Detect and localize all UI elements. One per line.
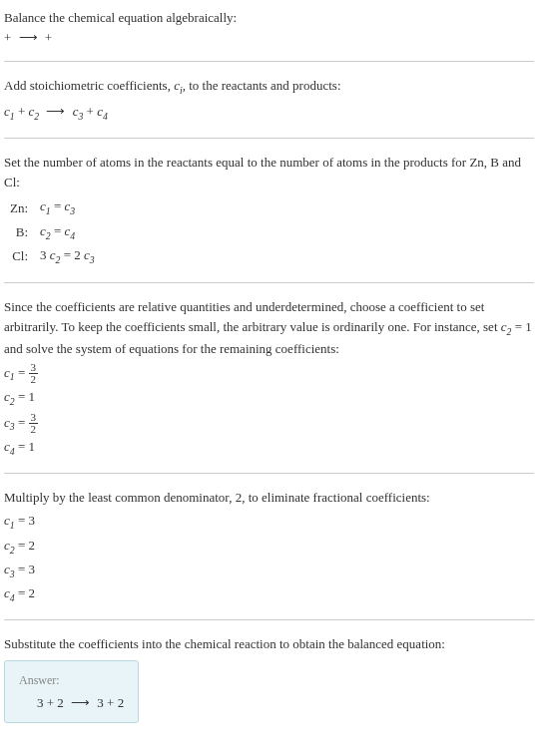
- coef-eq: =: [15, 365, 29, 380]
- fraction: 32: [29, 362, 39, 385]
- stoich-section: Add stoichiometric coefficients, ci, to …: [4, 76, 534, 124]
- stoich-plus2: +: [83, 104, 97, 119]
- intro-equation: + ⟶ +: [4, 28, 534, 48]
- coef-line: c3 = 3: [4, 560, 534, 581]
- atoms-eq-sign: =: [51, 223, 65, 238]
- arrow-icon: ⟶: [42, 104, 69, 119]
- atoms-eq: c2 = c4: [34, 220, 101, 244]
- coef-line: c1 = 3: [4, 511, 534, 533]
- answer-left: 3 + 2: [37, 695, 67, 710]
- atoms-table: Zn: c1 = c3 B: c2 = c4 Cl: 3 c2 = 2 c3: [4, 195, 101, 268]
- coef-eq: = 2: [15, 538, 35, 553]
- underdetermined-text: Since the coefficients are relative quan…: [4, 297, 534, 358]
- atoms-eq-sign: =: [60, 247, 74, 262]
- atoms-rhs-sub: 3: [70, 205, 75, 216]
- coef-eq: = 3: [15, 513, 35, 528]
- coef-line: c3 = 32: [4, 412, 534, 435]
- divider: [4, 619, 534, 620]
- atoms-rhs-sub: 4: [70, 229, 75, 240]
- coef-line: c4 = 1: [4, 437, 534, 459]
- intro-line1: Balance the chemical equation algebraica…: [4, 8, 534, 28]
- frac-den: 2: [29, 424, 39, 435]
- atoms-section: Set the number of atoms in the reactants…: [4, 153, 534, 268]
- coef-eq: = 3: [15, 562, 35, 576]
- atoms-label: Cl:: [4, 244, 34, 268]
- coef-eq: = 1: [15, 389, 35, 404]
- intro-section: Balance the chemical equation algebraica…: [4, 8, 534, 47]
- under-text1: Since the coefficients are relative quan…: [4, 299, 501, 334]
- answer-box: Answer: 3 + 2 ⟶ 3 + 2: [4, 660, 139, 724]
- under-coefs: c1 = 32 c2 = 1 c3 = 32 c4 = 1: [4, 362, 534, 459]
- atoms-label: B:: [4, 220, 34, 244]
- atoms-rhs-sub: 3: [90, 253, 95, 264]
- answer-right: 3 + 2: [94, 695, 124, 710]
- atoms-rhs-pre: 2: [74, 247, 84, 262]
- divider: [4, 138, 534, 139]
- stoich-text-part1: Add stoichiometric coefficients,: [4, 78, 174, 93]
- stoich-text: Add stoichiometric coefficients, ci, to …: [4, 76, 534, 98]
- coef-line: c1 = 32: [4, 362, 534, 385]
- substitute-section: Substitute the coefficients into the che…: [4, 634, 534, 723]
- multiply-text: Multiply by the least common denominator…: [4, 488, 534, 508]
- stoich-c2-sub: 2: [34, 111, 39, 122]
- atoms-text: Set the number of atoms in the reactants…: [4, 153, 534, 191]
- arrow-icon: ⟶: [67, 695, 94, 710]
- divider: [4, 61, 534, 62]
- atoms-row-zn: Zn: c1 = c3: [4, 195, 101, 219]
- frac-num: 3: [29, 412, 39, 424]
- underdetermined-section: Since the coefficients are relative quan…: [4, 297, 534, 459]
- arrow-icon: ⟶: [15, 30, 42, 45]
- atoms-label: Zn:: [4, 195, 34, 219]
- atoms-row-b: B: c2 = c4: [4, 220, 101, 244]
- stoich-c4-sub: 4: [103, 111, 108, 122]
- stoich-plus1: +: [15, 104, 29, 119]
- coef-eq: =: [15, 414, 29, 429]
- substitute-text: Substitute the coefficients into the che…: [4, 634, 534, 654]
- divider: [4, 282, 534, 283]
- answer-label: Answer:: [19, 671, 124, 689]
- coef-eq: = 2: [15, 585, 35, 600]
- multiply-section: Multiply by the least common denominator…: [4, 488, 534, 605]
- stoich-text-part2: , to the reactants and products:: [183, 78, 341, 93]
- fraction: 32: [29, 412, 39, 435]
- coef-line: c4 = 2: [4, 583, 534, 605]
- intro-eq-right: +: [42, 30, 53, 45]
- atoms-eq: 3 c2 = 2 c3: [34, 244, 101, 268]
- intro-eq-left: +: [4, 30, 15, 45]
- stoich-equation: c1 + c2 ⟶ c3 + c4: [4, 102, 534, 124]
- coef-eq: = 1: [15, 439, 35, 454]
- atoms-eq-sign: =: [51, 198, 65, 213]
- coef-line: c2 = 2: [4, 536, 534, 558]
- multiply-coefs: c1 = 3 c2 = 2 c3 = 3 c4 = 2: [4, 511, 534, 605]
- divider: [4, 473, 534, 474]
- coef-line: c2 = 1: [4, 387, 534, 409]
- atoms-row-cl: Cl: 3 c2 = 2 c3: [4, 244, 101, 268]
- answer-content: 3 + 2 ⟶ 3 + 2: [19, 693, 124, 713]
- frac-den: 2: [29, 374, 39, 385]
- atoms-eq: c1 = c3: [34, 195, 101, 219]
- atoms-lhs-pre: 3: [40, 247, 50, 262]
